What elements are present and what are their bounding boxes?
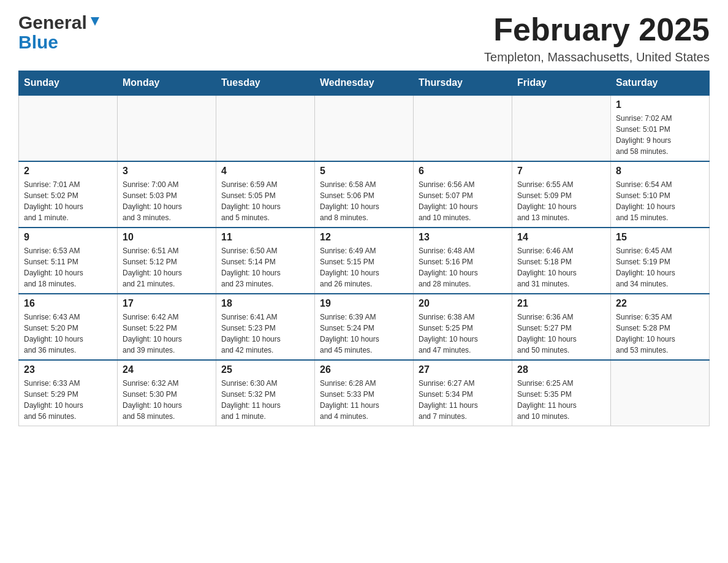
calendar-day-cell: 22Sunrise: 6:35 AM Sunset: 5:28 PM Dayli… [611, 294, 710, 360]
calendar-header-row: Sunday Monday Tuesday Wednesday Thursday… [19, 71, 710, 96]
calendar-day-cell: 14Sunrise: 6:46 AM Sunset: 5:18 PM Dayli… [512, 228, 611, 294]
day-info: Sunrise: 6:45 AM Sunset: 5:19 PM Dayligh… [616, 245, 704, 289]
day-info: Sunrise: 6:50 AM Sunset: 5:14 PM Dayligh… [221, 245, 309, 289]
calendar-day-cell: 21Sunrise: 6:36 AM Sunset: 5:27 PM Dayli… [512, 294, 611, 360]
header-sunday: Sunday [19, 71, 118, 96]
day-number: 15 [616, 232, 704, 243]
day-number: 14 [517, 232, 605, 243]
header-thursday: Thursday [414, 71, 512, 96]
logo: General Blue [18, 12, 100, 53]
calendar-day-cell [414, 95, 512, 161]
calendar-day-cell: 11Sunrise: 6:50 AM Sunset: 5:14 PM Dayli… [216, 228, 315, 294]
calendar-day-cell: 15Sunrise: 6:45 AM Sunset: 5:19 PM Dayli… [611, 228, 710, 294]
logo-general-text: General [18, 12, 87, 33]
day-number: 6 [419, 166, 507, 177]
day-info: Sunrise: 7:02 AM Sunset: 5:01 PM Dayligh… [616, 113, 704, 157]
header-saturday: Saturday [611, 71, 710, 96]
day-number: 12 [320, 232, 408, 243]
day-info: Sunrise: 7:00 AM Sunset: 5:03 PM Dayligh… [123, 179, 211, 223]
calendar-day-cell: 9Sunrise: 6:53 AM Sunset: 5:11 PM Daylig… [19, 228, 118, 294]
day-info: Sunrise: 6:53 AM Sunset: 5:11 PM Dayligh… [24, 245, 112, 289]
day-number: 13 [419, 232, 507, 243]
day-info: Sunrise: 6:51 AM Sunset: 5:12 PM Dayligh… [123, 245, 211, 289]
day-number: 5 [320, 166, 408, 177]
day-number: 23 [24, 364, 112, 375]
calendar-day-cell: 12Sunrise: 6:49 AM Sunset: 5:15 PM Dayli… [315, 228, 414, 294]
calendar-week-row: 16Sunrise: 6:43 AM Sunset: 5:20 PM Dayli… [19, 294, 710, 360]
calendar-day-cell: 3Sunrise: 7:00 AM Sunset: 5:03 PM Daylig… [118, 161, 216, 228]
day-info: Sunrise: 6:28 AM Sunset: 5:33 PM Dayligh… [320, 378, 408, 422]
calendar-table: Sunday Monday Tuesday Wednesday Thursday… [18, 71, 710, 426]
day-number: 11 [221, 232, 309, 243]
calendar-day-cell: 19Sunrise: 6:39 AM Sunset: 5:24 PM Dayli… [315, 294, 414, 360]
day-number: 26 [320, 364, 408, 375]
location-subtitle: Templeton, Massachusetts, United States [484, 50, 710, 64]
day-info: Sunrise: 6:48 AM Sunset: 5:16 PM Dayligh… [419, 245, 507, 289]
day-number: 19 [320, 298, 408, 309]
logo-triangle-icon [89, 16, 100, 29]
day-info: Sunrise: 6:55 AM Sunset: 5:09 PM Dayligh… [517, 179, 605, 223]
calendar-day-cell: 8Sunrise: 6:54 AM Sunset: 5:10 PM Daylig… [611, 161, 710, 228]
day-number: 22 [616, 298, 704, 309]
calendar-day-cell: 16Sunrise: 6:43 AM Sunset: 5:20 PM Dayli… [19, 294, 118, 360]
day-info: Sunrise: 6:59 AM Sunset: 5:05 PM Dayligh… [221, 179, 309, 223]
day-number: 27 [419, 364, 507, 375]
day-number: 10 [123, 232, 211, 243]
calendar-day-cell [611, 360, 710, 426]
calendar-day-cell: 5Sunrise: 6:58 AM Sunset: 5:06 PM Daylig… [315, 161, 414, 228]
calendar-day-cell: 20Sunrise: 6:38 AM Sunset: 5:25 PM Dayli… [414, 294, 512, 360]
day-info: Sunrise: 7:01 AM Sunset: 5:02 PM Dayligh… [24, 179, 112, 223]
calendar-day-cell: 1Sunrise: 7:02 AM Sunset: 5:01 PM Daylig… [611, 95, 710, 161]
calendar-day-cell [512, 95, 611, 161]
day-number: 16 [24, 298, 112, 309]
day-info: Sunrise: 6:25 AM Sunset: 5:35 PM Dayligh… [517, 378, 605, 422]
calendar-week-row: 2Sunrise: 7:01 AM Sunset: 5:02 PM Daylig… [19, 161, 710, 228]
svg-marker-0 [91, 17, 99, 26]
day-info: Sunrise: 6:39 AM Sunset: 5:24 PM Dayligh… [320, 312, 408, 356]
calendar-day-cell: 2Sunrise: 7:01 AM Sunset: 5:02 PM Daylig… [19, 161, 118, 228]
day-number: 7 [517, 166, 605, 177]
calendar-week-row: 9Sunrise: 6:53 AM Sunset: 5:11 PM Daylig… [19, 228, 710, 294]
calendar-day-cell [315, 95, 414, 161]
day-info: Sunrise: 6:41 AM Sunset: 5:23 PM Dayligh… [221, 312, 309, 356]
day-number: 25 [221, 364, 309, 375]
calendar-day-cell: 25Sunrise: 6:30 AM Sunset: 5:32 PM Dayli… [216, 360, 315, 426]
calendar-day-cell: 26Sunrise: 6:28 AM Sunset: 5:33 PM Dayli… [315, 360, 414, 426]
day-info: Sunrise: 6:58 AM Sunset: 5:06 PM Dayligh… [320, 179, 408, 223]
header-friday: Friday [512, 71, 611, 96]
day-info: Sunrise: 6:49 AM Sunset: 5:15 PM Dayligh… [320, 245, 408, 289]
day-number: 18 [221, 298, 309, 309]
day-number: 4 [221, 166, 309, 177]
day-number: 21 [517, 298, 605, 309]
calendar-day-cell: 23Sunrise: 6:33 AM Sunset: 5:29 PM Dayli… [19, 360, 118, 426]
day-info: Sunrise: 6:46 AM Sunset: 5:18 PM Dayligh… [517, 245, 605, 289]
calendar-day-cell: 24Sunrise: 6:32 AM Sunset: 5:30 PM Dayli… [118, 360, 216, 426]
page-header: General Blue February 2025 Templeton, Ma… [18, 12, 710, 64]
day-number: 24 [123, 364, 211, 375]
calendar-day-cell: 10Sunrise: 6:51 AM Sunset: 5:12 PM Dayli… [118, 228, 216, 294]
day-number: 9 [24, 232, 112, 243]
calendar-week-row: 23Sunrise: 6:33 AM Sunset: 5:29 PM Dayli… [19, 360, 710, 426]
calendar-day-cell: 13Sunrise: 6:48 AM Sunset: 5:16 PM Dayli… [414, 228, 512, 294]
day-info: Sunrise: 6:43 AM Sunset: 5:20 PM Dayligh… [24, 312, 112, 356]
day-info: Sunrise: 6:35 AM Sunset: 5:28 PM Dayligh… [616, 312, 704, 356]
calendar-day-cell [19, 95, 118, 161]
logo-blue-text: Blue [18, 32, 58, 53]
day-info: Sunrise: 6:38 AM Sunset: 5:25 PM Dayligh… [419, 312, 507, 356]
calendar-day-cell: 17Sunrise: 6:42 AM Sunset: 5:22 PM Dayli… [118, 294, 216, 360]
calendar-week-row: 1Sunrise: 7:02 AM Sunset: 5:01 PM Daylig… [19, 95, 710, 161]
day-number: 8 [616, 166, 704, 177]
day-number: 28 [517, 364, 605, 375]
header-monday: Monday [118, 71, 216, 96]
day-number: 2 [24, 166, 112, 177]
day-number: 3 [123, 166, 211, 177]
day-info: Sunrise: 6:42 AM Sunset: 5:22 PM Dayligh… [123, 312, 211, 356]
title-section: February 2025 Templeton, Massachusetts, … [484, 12, 710, 64]
calendar-day-cell [216, 95, 315, 161]
day-info: Sunrise: 6:30 AM Sunset: 5:32 PM Dayligh… [221, 378, 309, 422]
day-number: 20 [419, 298, 507, 309]
calendar-day-cell: 4Sunrise: 6:59 AM Sunset: 5:05 PM Daylig… [216, 161, 315, 228]
day-info: Sunrise: 6:32 AM Sunset: 5:30 PM Dayligh… [123, 378, 211, 422]
calendar-day-cell [118, 95, 216, 161]
day-info: Sunrise: 6:33 AM Sunset: 5:29 PM Dayligh… [24, 378, 112, 422]
